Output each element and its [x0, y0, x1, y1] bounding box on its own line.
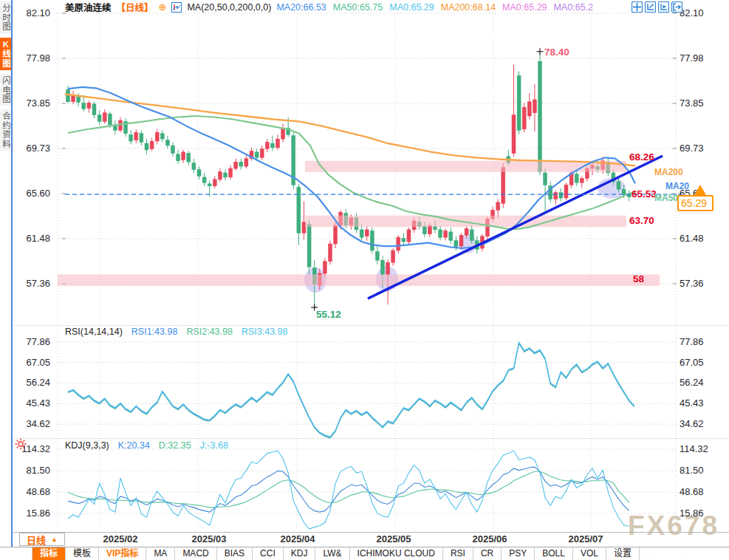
clipped-label: -	[685, 548, 689, 553]
ma-value: MA0:65.29	[502, 2, 547, 13]
axis-tick-label: 82.10	[6, 7, 50, 18]
rsi-values: RSI1:43.98RSI2:43.98RSI3:43.98	[131, 327, 297, 337]
ma-value: MA20:66.53	[276, 2, 326, 13]
toolbar-tab-BIAS[interactable]: BIAS	[217, 547, 253, 560]
period-tag: 【日线】	[117, 0, 154, 14]
axis-tick-label: 15.86	[680, 508, 704, 519]
axis-tick-label: 45.43	[680, 397, 704, 409]
toolbar-tab-MACD[interactable]: MACD	[175, 547, 216, 560]
axis-tick-label: 56.24	[6, 377, 50, 388]
toolbar-spacer	[0, 547, 32, 560]
price-annotation: 65.53	[632, 188, 657, 199]
axis-tick-label: 73.85	[6, 98, 50, 109]
axis-tick-label: 69.73	[6, 143, 50, 154]
axis-tick-label: 34.62	[6, 418, 50, 429]
clipped-label: -- --	[632, 548, 652, 553]
ma-value: MA50:65.75	[333, 2, 383, 13]
chart-header: 美原油连续 【日线】 ⊕ MA(20,50,0,200,0,0) MA20:66…	[65, 1, 600, 13]
chevron-up-icon: ▲	[51, 536, 58, 543]
indicator-value: RSI2:43.98	[186, 327, 233, 337]
indicator-value: J:-3.68	[200, 440, 228, 451]
x-axis-month-label: 2025/06	[460, 533, 519, 544]
price-up-arrow-icon	[694, 184, 707, 197]
rsi-header: RSI(14,14,14) RSI1:43.98RSI2:43.98RSI3:4…	[65, 327, 296, 337]
move-icon[interactable]	[632, 1, 643, 16]
axis-tick-label: 67.05	[680, 357, 704, 368]
axis-tick-label: 77.86	[6, 336, 50, 347]
toolbar-tab-指标[interactable]: 指标	[32, 547, 66, 560]
toolbar-tab-MA[interactable]: MA	[146, 547, 175, 560]
toolbar-tab-LW&[interactable]: LW&	[315, 547, 349, 560]
toolbar-tab-RSI[interactable]: RSI	[443, 547, 473, 560]
ma-line-label: MA20	[665, 181, 689, 191]
axis-tick-label: 81.50	[6, 465, 50, 476]
clipped-label: -- --	[579, 548, 600, 553]
x-axis-month-label: 2025/03	[179, 533, 239, 544]
ma-formula: MA(20,50,0,200,0,0)	[187, 2, 271, 13]
ma-line-label: MA50	[654, 193, 678, 203]
price-annotation: 63.70	[629, 215, 654, 226]
axis-tick-label: 45.43	[6, 397, 50, 409]
ma-line-label: MA200	[654, 167, 683, 177]
x-axis-month-label: 2025/05	[364, 533, 423, 544]
chart-bottom-border	[0, 532, 729, 533]
axis-tick-label: 48.68	[680, 486, 704, 497]
add-indicator-icon[interactable]: ⊕	[159, 2, 167, 12]
indicator-value: K:20.34	[118, 440, 150, 451]
ma-value: MA0:65.2	[554, 2, 594, 13]
rsi-title: RSI(14,14,14)	[65, 327, 123, 337]
axis-tick-label: 56.24	[680, 377, 704, 388]
chart-canvas[interactable]	[0, 0, 729, 560]
kdj-title: KDJ(9,3,3)	[65, 440, 109, 451]
axis-play-icon[interactable]	[658, 1, 669, 16]
axis-tick-label: 61.48	[680, 233, 704, 244]
toolbar-tab-CR[interactable]: CR	[473, 547, 502, 560]
toolbar-tab-VIP指标[interactable]: VIP指标	[99, 547, 146, 560]
axis-tick-label: 69.73	[680, 143, 704, 154]
price-annotation: 68.26	[629, 151, 654, 163]
axis-tick-label: 114.32	[6, 443, 50, 454]
axis-tick-label: 81.50	[680, 465, 704, 476]
axis-tick-label: 57.36	[680, 278, 704, 289]
ma-value: MA0:65.29	[389, 2, 434, 13]
axis-tick-label: 57.36	[6, 278, 50, 289]
toolbar-tab-KDJ[interactable]: KDJ	[284, 547, 316, 560]
x-axis-month-label: 2025/07	[556, 533, 615, 544]
period-selector-button[interactable]: 日线 ▲	[19, 533, 65, 546]
x-axis-month-label: 2025/02	[91, 533, 150, 544]
toolbar-tab-模板[interactable]: 模板	[66, 547, 99, 560]
axis-tick-label: 77.86	[680, 336, 704, 347]
axis-tick-label: 34.62	[680, 418, 704, 429]
ma-values: MA20:66.53MA50:65.75MA0:65.29MA200:68.14…	[276, 2, 600, 13]
kdj-header: KDJ(9,3,3) K:20.34D:32.35J:-3.68	[65, 440, 237, 451]
axis-tick-label: 82.10	[680, 7, 704, 18]
axis-tick-label: 114.32	[680, 443, 708, 454]
kline-app-window: FX678 分时图K线图闪电图合约资料 美原油连续 【日线】 ⊕ MA(20,5…	[0, 0, 729, 560]
indicator-value: RSI3:43.98	[242, 327, 288, 337]
symbol-title: 美原油连续	[65, 0, 112, 14]
axis-tick-label: 67.05	[6, 357, 50, 368]
kline-chart-icon[interactable]	[171, 2, 182, 13]
indicator-value: D:32.35	[159, 440, 191, 451]
window-icon-group	[632, 1, 682, 16]
price-annotation: 78.40	[544, 47, 569, 58]
toolbar-tab-ICHIMOKU CLOUD[interactable]: ICHIMOKU CLOUD	[350, 547, 443, 560]
clipped-label: -- --	[526, 548, 547, 553]
x-axis-month-label: 2025/04	[268, 533, 327, 544]
kdj-values: K:20.34D:32.35J:-3.68	[118, 440, 237, 451]
indicator-value: RSI1:43.98	[131, 327, 178, 337]
exit-right-icon[interactable]	[671, 1, 682, 16]
axis-tick-label: 77.98	[680, 52, 704, 64]
axis-tick-label: 77.98	[6, 52, 50, 64]
period-selector-label: 日线	[27, 533, 46, 547]
ma-value: MA200:68.14	[441, 2, 496, 13]
axis-tick-label: 61.48	[6, 233, 50, 244]
alert-sun-icon[interactable]	[15, 438, 27, 450]
axis-tick-label: 15.86	[6, 508, 50, 519]
toolbar-tab-CCI[interactable]: CCI	[253, 547, 284, 560]
axis-tick-label: 73.85	[680, 98, 704, 109]
clipped-text-fragment: -- ---- ---- ---	[526, 548, 689, 553]
price-annotation: 58	[633, 273, 644, 284]
axis-scale-icon[interactable]	[645, 1, 656, 16]
current-price-label: 65.29	[677, 195, 713, 211]
